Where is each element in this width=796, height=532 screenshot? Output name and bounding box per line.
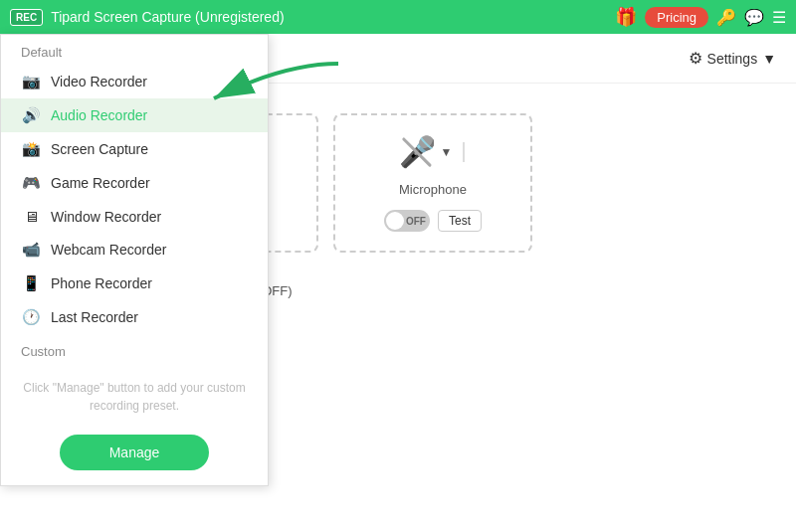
microphone-chevron[interactable]: ▼	[441, 145, 453, 159]
microphone-toggle-knob	[386, 212, 404, 230]
phone-recorder-label: Phone Recorder	[51, 275, 152, 291]
app-title: Tipard Screen Capture (Unregistered)	[51, 9, 607, 25]
custom-section-label: Custom	[21, 344, 248, 359]
sidebar-item-webcam-recorder[interactable]: 📹 Webcam Recorder	[1, 233, 268, 266]
microphone-label: Microphone	[399, 182, 467, 197]
arrow-annotation	[184, 54, 343, 112]
gear-icon: ⚙	[689, 49, 702, 68]
sidebar-item-last-recorder[interactable]: 🕐 Last Recorder	[1, 300, 268, 334]
main-container: Default 📷 Video Recorder 🔊 Audio Recorde…	[0, 34, 796, 532]
settings-chevron-icon: ▼	[762, 51, 776, 67]
window-recorder-icon: 🖥	[21, 208, 41, 225]
settings-label: Settings	[707, 51, 758, 67]
microphone-toggle-label: OFF	[406, 216, 426, 227]
game-recorder-label: Game Recorder	[51, 175, 150, 191]
settings-button[interactable]: ⚙ Settings ▼	[689, 49, 776, 68]
microphone-toggle-row: OFF Test	[384, 210, 482, 232]
phone-recorder-icon: 📱	[21, 274, 41, 292]
pricing-button[interactable]: Pricing	[645, 7, 708, 28]
chat-icon[interactable]: 💬	[744, 8, 764, 27]
sidebar-item-screen-capture[interactable]: 📸 Screen Capture	[1, 132, 268, 166]
microphone-top: 🎤 ▼	[350, 134, 515, 169]
custom-section: Custom	[1, 334, 268, 369]
title-bar-actions: 🎁 Pricing 🔑 💬 ☰	[615, 6, 786, 28]
last-recorder-icon: 🕐	[21, 308, 41, 326]
title-bar: REC Tipard Screen Capture (Unregistered)…	[0, 0, 796, 34]
microphone-panel: 🎤 ▼ Microphone OFF Test	[333, 113, 532, 253]
app-logo: REC	[10, 9, 43, 26]
microphone-test-button[interactable]: Test	[438, 210, 482, 232]
video-recorder-label: Video Recorder	[51, 74, 147, 89]
video-recorder-icon: 📷	[21, 73, 41, 90]
custom-hint-text: Click "Manage" button to add your custom…	[1, 369, 268, 425]
manage-button[interactable]: Manage	[60, 435, 210, 470]
sidebar-item-game-recorder[interactable]: 🎮 Game Recorder	[1, 166, 268, 200]
audio-recorder-icon: 🔊	[21, 106, 41, 124]
sidebar-item-window-recorder[interactable]: 🖥 Window Recorder	[1, 200, 268, 233]
key-icon[interactable]: 🔑	[716, 8, 736, 27]
window-recorder-label: Window Recorder	[51, 209, 161, 225]
sidebar-item-phone-recorder[interactable]: 📱 Phone Recorder	[1, 266, 268, 300]
screen-capture-label: Screen Capture	[51, 141, 148, 157]
gift-icon: 🎁	[615, 6, 637, 28]
webcam-recorder-label: Webcam Recorder	[51, 242, 166, 258]
microphone-toggle[interactable]: OFF	[384, 210, 430, 232]
game-recorder-icon: 🎮	[21, 174, 41, 192]
last-recorder-label: Last Recorder	[51, 309, 138, 325]
menu-icon[interactable]: ☰	[772, 8, 786, 27]
audio-recorder-label: Audio Recorder	[51, 107, 147, 123]
webcam-recorder-icon: 📹	[21, 241, 41, 259]
microphone-icon-container: 🎤	[399, 134, 436, 169]
screen-capture-icon: 📸	[21, 140, 41, 158]
